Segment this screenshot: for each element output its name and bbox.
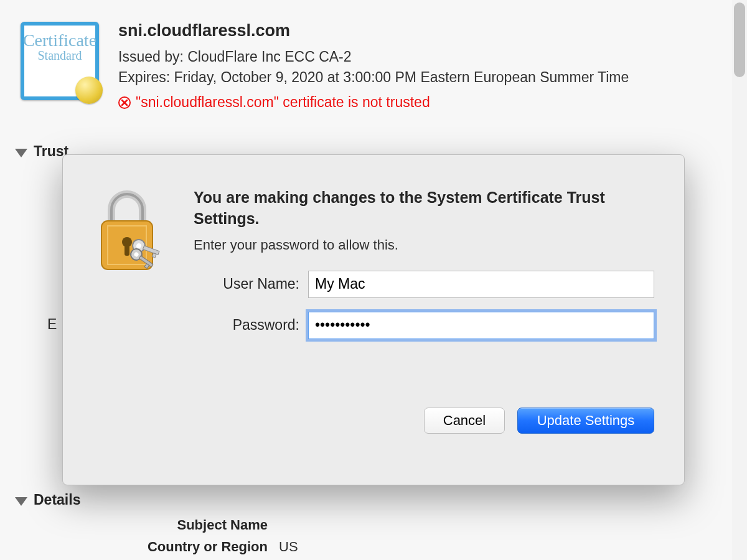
update-settings-button[interactable]: Update Settings bbox=[517, 408, 654, 434]
details-section-label: Details bbox=[34, 492, 80, 508]
certificate-icon: Certificate Standard bbox=[16, 19, 103, 103]
state-value: CA bbox=[279, 558, 298, 560]
certificate-trust-error: "sni.cloudflaressl.com" certificate is n… bbox=[118, 92, 722, 113]
cancel-button[interactable]: Cancel bbox=[424, 408, 505, 434]
issued-by-label: Issued by: bbox=[118, 49, 184, 65]
subject-name-header: Subject Name bbox=[37, 514, 268, 536]
scrollbar-thumb[interactable] bbox=[734, 2, 745, 77]
hidden-field-label-fragment: E bbox=[47, 316, 57, 333]
password-input[interactable] bbox=[308, 312, 654, 339]
username-label: User Name: bbox=[194, 276, 299, 292]
certificate-seal-icon bbox=[75, 77, 103, 104]
scrollbar-track[interactable] bbox=[732, 0, 747, 560]
expires-value: Friday, October 9, 2020 at 3:00:00 PM Ea… bbox=[174, 69, 629, 85]
auth-dialog: You are making changes to the System Cer… bbox=[62, 154, 685, 485]
disclosure-triangle-icon[interactable] bbox=[15, 149, 27, 157]
username-input[interactable] bbox=[308, 271, 654, 298]
issued-by-value: CloudFlare Inc ECC CA-2 bbox=[187, 49, 351, 65]
expires-label: Expires: bbox=[118, 69, 170, 85]
certificate-name: sni.cloudflaressl.com bbox=[118, 19, 722, 43]
certificate-icon-script-a: Certificate bbox=[23, 32, 96, 49]
certificate-expires: Expires: Friday, October 9, 2020 at 3:00… bbox=[118, 67, 722, 88]
error-icon bbox=[118, 96, 131, 109]
certificate-summary: Certificate Standard sni.cloudflaressl.c… bbox=[16, 19, 722, 113]
trust-section-header[interactable]: Trust bbox=[15, 143, 68, 160]
state-label: State/Province bbox=[37, 558, 268, 560]
lock-icon bbox=[93, 185, 186, 385]
details-section-header[interactable]: Details bbox=[15, 492, 80, 508]
certificate-icon-script-b: Standard bbox=[37, 49, 82, 62]
country-label: Country or Region bbox=[37, 536, 268, 558]
dialog-subtitle: Enter your password to allow this. bbox=[194, 237, 654, 253]
details-body: Subject Name Country or Region US State/… bbox=[37, 514, 298, 560]
password-label: Password: bbox=[194, 317, 299, 334]
certificate-issued-by: Issued by: CloudFlare Inc ECC CA-2 bbox=[118, 47, 722, 67]
dialog-title: You are making changes to the System Cer… bbox=[194, 187, 654, 230]
country-value: US bbox=[279, 536, 298, 558]
certificate-error-text: "sni.cloudflaressl.com" certificate is n… bbox=[136, 92, 430, 113]
disclosure-triangle-icon[interactable] bbox=[15, 497, 27, 506]
svg-rect-5 bbox=[125, 245, 129, 256]
